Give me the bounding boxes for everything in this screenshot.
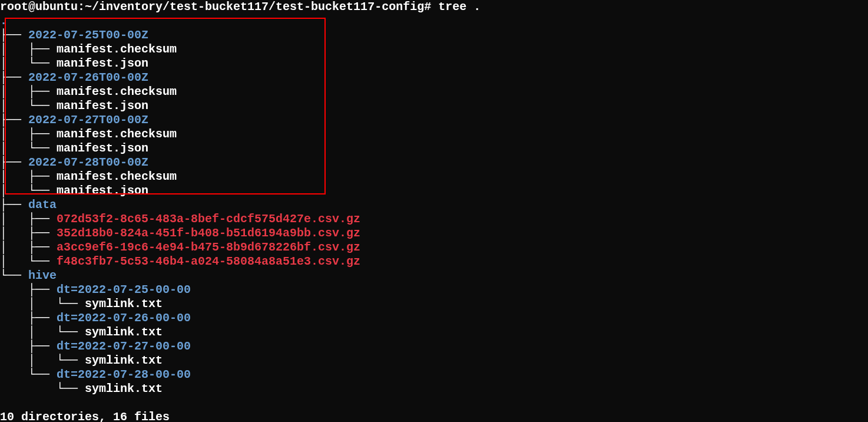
tree-file: symlink.txt [85, 354, 163, 367]
tree-branch: │ ├── [0, 85, 57, 98]
tree-dir: 2022-07-25T00-00Z [28, 28, 148, 42]
tree-file: manifest.json [57, 184, 148, 197]
tree-branch: ├── [0, 283, 57, 296]
tree-branch: └── [0, 382, 85, 395]
tree-branch: │ └── [0, 57, 57, 70]
tree-branch: ├── [0, 156, 28, 169]
tree-file: symlink.txt [85, 325, 163, 339]
tree-branch: │ └── [0, 99, 57, 113]
tree-branch: │ ├── [0, 42, 57, 56]
tree-file: manifest.json [57, 99, 148, 113]
tree-file: symlink.txt [85, 297, 163, 311]
tree-branch: └── [0, 269, 28, 282]
tree-branch: │ └── [0, 325, 85, 339]
tree-branch: ├── [0, 113, 28, 127]
tree-branch: ├── [0, 339, 57, 353]
tree-dir: 2022-07-27T00-00Z [28, 113, 148, 127]
tree-file: manifest.checksum [57, 127, 177, 141]
tree-file-archive: f48c3fb7-5c53-46b4-a024-58084a8a51e3.csv… [57, 255, 360, 268]
tree-branch: │ ├── [0, 240, 57, 254]
tree-dir: 2022-07-28T00-00Z [28, 156, 148, 169]
tree-dir-hive-partition: dt=2022-07-28-00-00 [57, 368, 191, 381]
prompt-path: ~/inventory/test-bucket117/test-bucket11… [85, 0, 424, 14]
tree-dir-data: data [28, 198, 57, 212]
tree-summary: 10 directories, 16 files [0, 410, 170, 422]
tree-branch: │ ├── [0, 212, 57, 226]
tree-branch: └── [0, 368, 57, 381]
tree-branch: ├── [0, 28, 28, 42]
tree-file-archive: a3cc9ef6-19c6-4e94-b475-8b9d678226bf.csv… [57, 240, 360, 254]
tree-file: manifest.checksum [57, 170, 177, 183]
prompt-command[interactable]: tree . [438, 0, 481, 14]
tree-root-dot: . [0, 14, 7, 28]
tree-branch: │ └── [0, 255, 57, 268]
tree-dir-hive: hive [28, 269, 57, 282]
prompt-user-host: root@ubuntu [0, 0, 78, 14]
tree-file: manifest.checksum [57, 85, 177, 98]
tree-branch: │ ├── [0, 127, 57, 141]
tree-branch: │ └── [0, 141, 57, 155]
tree-branch: ├── [0, 71, 28, 84]
tree-branch: ├── [0, 311, 57, 325]
prompt-hash: # [424, 0, 438, 14]
tree-dir-hive-partition: dt=2022-07-26-00-00 [57, 311, 191, 325]
terminal-output: root@ubuntu:~/inventory/test-bucket117/t… [0, 0, 868, 422]
tree-branch: │ └── [0, 354, 85, 367]
tree-branch: │ ├── [0, 226, 57, 240]
tree-file: symlink.txt [85, 382, 163, 395]
tree-file: manifest.checksum [57, 42, 177, 56]
tree-file-archive: 352d18b0-824a-451f-b408-b51d6194a9bb.csv… [57, 226, 360, 240]
tree-branch: │ └── [0, 297, 85, 311]
tree-branch: │ ├── [0, 170, 57, 183]
tree-file-archive: 072d53f2-8c65-483a-8bef-cdcf575d427e.csv… [57, 212, 360, 226]
tree-dir-hive-partition: dt=2022-07-25-00-00 [57, 283, 191, 296]
tree-dir: 2022-07-26T00-00Z [28, 71, 148, 84]
tree-dir-hive-partition: dt=2022-07-27-00-00 [57, 339, 191, 353]
prompt-colon: : [78, 0, 85, 14]
tree-file: manifest.json [57, 57, 148, 70]
tree-branch: │ └── [0, 184, 57, 197]
tree-branch: ├── [0, 198, 28, 212]
tree-file: manifest.json [57, 141, 148, 155]
